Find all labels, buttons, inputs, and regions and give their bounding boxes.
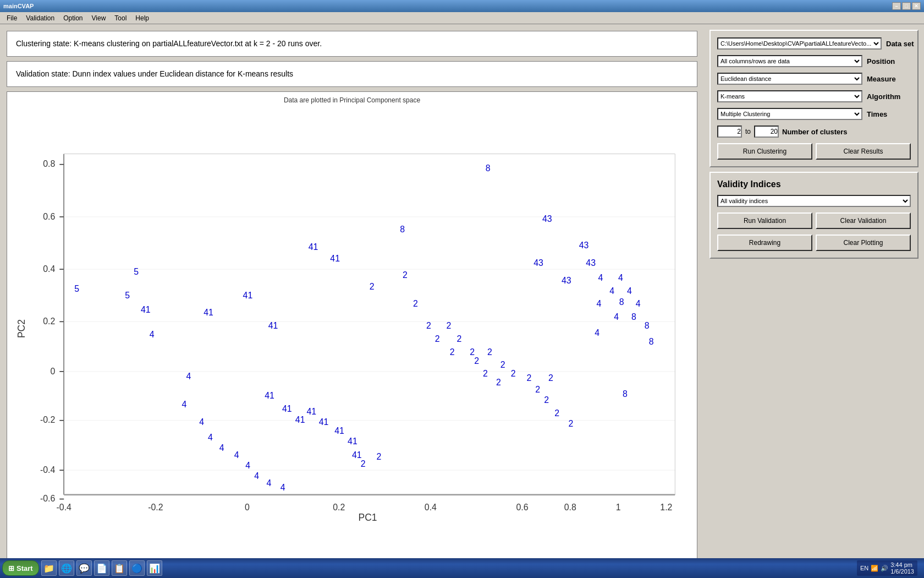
svg-text:0.2: 0.2 (43, 317, 55, 326)
svg-text:2: 2 (376, 452, 381, 461)
svg-text:41: 41 (141, 305, 151, 314)
svg-text:8: 8 (649, 337, 654, 346)
run-validation-button[interactable]: Run Validation (717, 212, 812, 229)
taskbar-right: EN 📶 🔊 3:44 pm 1/6/2013 (857, 560, 922, 576)
clusters-to-input[interactable] (754, 126, 779, 138)
settings-panel: C:\Users\Home\Desktop\CVAP\partialALLfea… (710, 30, 919, 167)
svg-text:1.2: 1.2 (660, 503, 672, 512)
svg-text:2: 2 (457, 334, 461, 343)
svg-text:2: 2 (470, 347, 475, 357)
dataset-row: C:\Users\Home\Desktop\CVAP\partialALLfea… (717, 37, 911, 50)
clock: 3:44 pm 1/6/2013 (890, 561, 914, 575)
measure-select[interactable]: Euclidean distance (717, 73, 862, 85)
menu-help[interactable]: Help (131, 13, 153, 23)
taskbar: ⊞ Start 📁 🌐 💬 📄 📋 🔵 📊 EN 📶 🔊 3:44 pm 1/6… (0, 558, 924, 578)
menu-file[interactable]: File (2, 13, 21, 23)
svg-text:-0.2: -0.2 (148, 503, 163, 512)
menu-option[interactable]: Option (59, 13, 87, 23)
start-button[interactable]: ⊞ Start (2, 560, 39, 576)
dataset-select[interactable]: C:\Users\Home\Desktop\CVAP\partialALLfea… (717, 37, 882, 50)
taskbar-app2-icon[interactable]: 📊 (147, 560, 162, 576)
start-icon: ⊞ (8, 564, 14, 572)
redrawing-button[interactable]: Redrawing (717, 235, 812, 251)
taskbar-chrome-icon[interactable]: 🌐 (59, 560, 74, 576)
svg-text:41: 41 (309, 242, 318, 252)
taskbar-app-icon[interactable]: 🔵 (129, 560, 145, 576)
scatter-plot: 0.8 0.6 0.4 0.2 0 -0.2 -0.4 -0.6 (12, 106, 692, 560)
svg-text:43: 43 (542, 214, 552, 223)
position-row: All columns/rows are data Position (717, 55, 911, 67)
close-button[interactable]: ✕ (912, 2, 921, 10)
main-content: Clustering state: K-means clustering on … (0, 24, 924, 578)
menu-bar: File Validation Option View Tool Help (0, 12, 924, 24)
svg-text:2: 2 (483, 369, 488, 378)
times-label: Times (867, 110, 911, 118)
svg-text:4: 4 (609, 286, 614, 296)
svg-text:2: 2 (426, 321, 431, 330)
taskbar-skype-icon[interactable]: 💬 (76, 560, 92, 576)
svg-text:4: 4 (186, 372, 191, 381)
svg-text:2: 2 (403, 270, 408, 280)
taskbar-doc-icon[interactable]: 📋 (112, 560, 127, 576)
svg-text:4: 4 (595, 328, 600, 337)
validity-title: Validity Indices (717, 179, 911, 189)
validity-indices-select[interactable]: All validity indices (717, 195, 911, 207)
position-label: Position (867, 57, 911, 66)
svg-text:4: 4 (254, 471, 259, 481)
clusters-label: Number of clusters (782, 128, 847, 136)
clear-plotting-button[interactable]: Clear Plotting (816, 235, 911, 251)
svg-text:5: 5 (134, 267, 139, 276)
validation-buttons-1: Run Validation Clear Validation (717, 212, 911, 229)
algorithm-select[interactable]: K-means (717, 90, 862, 102)
svg-text:0.6: 0.6 (516, 503, 528, 512)
svg-text:8: 8 (486, 163, 491, 173)
validity-indices-row: All validity indices (717, 195, 911, 207)
svg-text:5: 5 (74, 284, 79, 293)
svg-text:41: 41 (334, 426, 344, 435)
svg-text:2: 2 (413, 299, 418, 308)
svg-text:41: 41 (268, 321, 278, 330)
menu-view[interactable]: View (87, 13, 111, 23)
svg-text:41: 41 (348, 437, 358, 446)
taskbar-folder-icon[interactable]: 📁 (41, 560, 57, 576)
position-select[interactable]: All columns/rows are data (717, 55, 862, 67)
clusters-from-input[interactable] (717, 126, 742, 138)
run-clustering-button[interactable]: Run Clustering (717, 143, 812, 160)
svg-text:2: 2 (446, 321, 451, 330)
svg-text:2: 2 (435, 334, 440, 343)
taskbar-word-icon[interactable]: 📄 (94, 560, 109, 576)
svg-text:0.2: 0.2 (333, 503, 345, 512)
svg-text:4: 4 (280, 483, 285, 492)
svg-text:8: 8 (400, 225, 405, 234)
times-select[interactable]: Multiple Clustering (717, 108, 862, 120)
svg-text:43: 43 (562, 276, 571, 285)
times-row: Multiple Clustering Times (717, 108, 911, 120)
clear-results-button[interactable]: Clear Results (816, 143, 911, 160)
svg-text:2: 2 (548, 373, 553, 383)
maximize-button[interactable]: □ (902, 2, 911, 10)
clustering-buttons: Run Clustering Clear Results (717, 143, 911, 160)
svg-text:2: 2 (501, 360, 505, 369)
svg-text:4: 4 (219, 443, 224, 452)
svg-text:4: 4 (627, 286, 632, 296)
svg-text:2: 2 (544, 395, 549, 405)
date-display: 1/6/2013 (890, 568, 914, 575)
validation-buttons-2: Redrawing Clear Plotting (717, 235, 911, 251)
minimize-button[interactable]: – (892, 2, 901, 10)
svg-text:4: 4 (199, 417, 204, 427)
clear-validation-button[interactable]: Clear Validation (816, 212, 911, 229)
measure-label: Measure (867, 75, 911, 83)
plot-area: 0.8 0.6 0.4 0.2 0 -0.2 -0.4 -0.6 (12, 106, 692, 560)
svg-text:41: 41 (295, 415, 305, 424)
algorithm-row: K-means Algorithm (717, 90, 911, 102)
svg-text:-0.4: -0.4 (57, 503, 72, 512)
menu-tool[interactable]: Tool (110, 13, 131, 23)
svg-text:0.8: 0.8 (564, 503, 576, 512)
svg-text:4: 4 (150, 330, 155, 339)
svg-text:-0.2: -0.2 (40, 415, 56, 424)
svg-text:2: 2 (511, 369, 516, 378)
svg-text:4: 4 (636, 299, 641, 308)
svg-text:0.4: 0.4 (43, 264, 55, 274)
svg-text:8: 8 (619, 297, 624, 307)
menu-validation[interactable]: Validation (21, 13, 59, 23)
